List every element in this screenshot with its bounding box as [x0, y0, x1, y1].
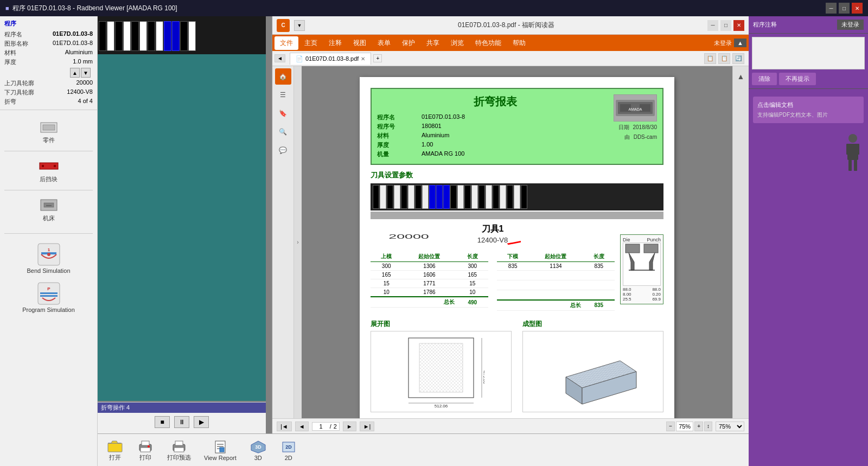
pdf-qa-btn-1[interactable]: ▼: [294, 20, 305, 31]
pdf-nav-left[interactable]: ◄: [275, 54, 285, 62]
prog-sim-icon: P: [36, 280, 62, 307]
stop-btn[interactable]: ■: [155, 416, 170, 428]
pdf-right-btn1[interactable]: ▲: [733, 68, 749, 85]
pdf-side-search[interactable]: 🔍: [275, 124, 291, 140]
pdf-add-tab[interactable]: +: [373, 54, 382, 62]
lower-tool-label: 下刀具轮廓: [4, 88, 34, 97]
close-btn[interactable]: ✕: [852, 3, 863, 14]
pdf-menu-view[interactable]: 视图: [348, 36, 372, 50]
cell: 1606: [402, 271, 456, 279]
nav-item-backgauge[interactable]: 后挡块: [0, 154, 97, 188]
pdf-window: C ▼ 01E07D.01.03-8.pdf - 福昕阅读器 ─ □ ✕ 文件: [271, 16, 749, 433]
pdf-menu-annotate[interactable]: 注释: [323, 36, 347, 50]
tool-2d[interactable]: 2D 2D: [276, 437, 302, 463]
login-btn[interactable]: 未登录: [837, 20, 864, 30]
lower-col-die: 下模: [497, 252, 528, 262]
pdf-side-home[interactable]: 🏠: [275, 68, 291, 85]
upper-tool-value: 20000: [76, 79, 93, 87]
svg-point-48: [148, 445, 150, 448]
right-edit-desc: 支持编辑PDF文档文本、图片: [757, 111, 859, 119]
pdf-fit-btn[interactable]: ↕: [704, 422, 712, 431]
nav-label-backgauge: 后挡块: [40, 175, 58, 183]
pdf-menu-form[interactable]: 表单: [372, 36, 396, 50]
tool-print-preview[interactable]: 打印预选: [163, 436, 195, 464]
tool-print[interactable]: 打印: [132, 436, 158, 464]
pdf-prev-page[interactable]: ◄: [295, 422, 309, 431]
pdf-zoom-in[interactable]: +: [694, 422, 703, 431]
thickness-label: 厚度: [4, 58, 16, 66]
material-label: 材料: [4, 49, 16, 57]
upper-col-die: 上模: [371, 252, 402, 262]
bend-op-bar: 折弯操作 4: [98, 403, 266, 413]
note-area[interactable]: [752, 37, 865, 69]
pdf-side-bookmark[interactable]: 🔖: [275, 105, 291, 122]
pdf-sidebar-expand[interactable]: ›: [294, 66, 302, 418]
cell: 1786: [402, 288, 456, 297]
pdf-next-page[interactable]: ►: [343, 422, 356, 431]
table-row: 10 1786 10: [371, 288, 488, 297]
simulation-viewport: [98, 16, 266, 401]
pause-btn[interactable]: ⏸: [174, 416, 189, 428]
pdf-app-icon: C: [277, 19, 290, 32]
print-label: 打印: [139, 454, 151, 462]
pdf-menu-features[interactable]: 特色功能: [470, 36, 507, 50]
svg-point-11: [47, 253, 50, 256]
lower-tool-value: 12400-V8: [67, 88, 93, 97]
pdf-side-comment[interactable]: 💬: [275, 142, 291, 158]
pdf-close-btn[interactable]: ✕: [733, 20, 744, 31]
nav-item-part[interactable]: 零件: [0, 114, 97, 149]
program-simulation-btn[interactable]: P Program Simulation: [0, 277, 97, 316]
tool-diagram-drawing: [623, 242, 661, 286]
svg-rect-22: [644, 244, 658, 253]
print-icon: [137, 438, 154, 454]
down-arrow-btn[interactable]: ▼: [81, 68, 91, 78]
pdf-tab-main[interactable]: 📄 01E07D.01.03-8.pdf ✕: [290, 53, 371, 65]
pdf-menu-protect[interactable]: 保护: [397, 36, 420, 50]
cell: 10: [457, 288, 488, 297]
svg-rect-65: [856, 144, 859, 155]
print-preview-icon: [170, 438, 188, 454]
minimize-btn[interactable]: ─: [826, 3, 837, 14]
tool-diagram: Die Punch: [620, 234, 663, 304]
pdf-zoom-out[interactable]: −: [666, 422, 675, 431]
nav-item-machine[interactable]: 机床: [0, 193, 97, 227]
pdf-last-page[interactable]: ►|: [360, 422, 375, 431]
pdf-tab-close[interactable]: ✕: [361, 56, 365, 62]
upload-btn[interactable]: ▲: [734, 39, 746, 47]
tool-view-report[interactable]: View Report: [200, 437, 241, 463]
pdf-zoom-select[interactable]: 75% 100% 125%: [716, 422, 744, 431]
up-arrow-btn[interactable]: ▲: [70, 68, 80, 78]
pdf-minimize-btn[interactable]: ─: [707, 20, 718, 31]
pdf-menu-home[interactable]: 主页: [299, 36, 323, 50]
pdf-main-content[interactable]: 折弯报表 程序名 01E07D.01.03-8 程序号 180801 材料 Al…: [302, 66, 732, 418]
svg-point-52: [181, 445, 183, 448]
tool-open[interactable]: 打开: [102, 436, 128, 464]
no-remind-btn[interactable]: 不再提示: [779, 73, 816, 85]
tool-3d[interactable]: 3D 3D: [245, 437, 271, 463]
pdf-side-thumbnail[interactable]: ☰: [275, 87, 291, 103]
pdf-toolbar-btn1[interactable]: 📋: [704, 53, 716, 64]
prog-name-value: 01E7D.01.03-8: [53, 30, 93, 39]
maximize-btn[interactable]: □: [839, 3, 850, 14]
svg-text:512.06: 512.06: [435, 404, 448, 408]
svg-rect-51: [174, 448, 184, 452]
pdf-page-input[interactable]: [315, 423, 328, 430]
pdf-menu-share[interactable]: 共享: [421, 36, 445, 50]
tool-strip-base: [371, 212, 663, 219]
pdf-menu-file[interactable]: 文件: [275, 36, 298, 50]
bend-simulation-btn[interactable]: 1 Bend Simulation: [0, 238, 97, 277]
pdf-page-nav: |◄ ◄ / 2 ► ►| − 75% + ↕: [272, 418, 749, 433]
play-btn[interactable]: ▶: [194, 416, 209, 428]
pdf-toolbar-btn3[interactable]: 🔄: [732, 53, 744, 64]
pdf-maximize-btn[interactable]: □: [720, 20, 731, 31]
pdf-toolbar-btn2[interactable]: 📋: [718, 53, 730, 64]
right-edit-title: 点击编辑文档: [757, 101, 859, 109]
pdf-first-page[interactable]: |◄: [277, 422, 292, 431]
author-label: 由: [624, 134, 630, 140]
pdf-menu-browse[interactable]: 浏览: [445, 36, 469, 50]
right-top: 程序注释 未登录: [749, 16, 868, 33]
tool-detail-row: 刀具1 12400-V8 上模: [371, 224, 663, 314]
pdf-menu-help[interactable]: 帮助: [507, 36, 531, 50]
clear-btn[interactable]: 清除: [752, 73, 777, 85]
2d-label: 2D: [285, 455, 292, 461]
